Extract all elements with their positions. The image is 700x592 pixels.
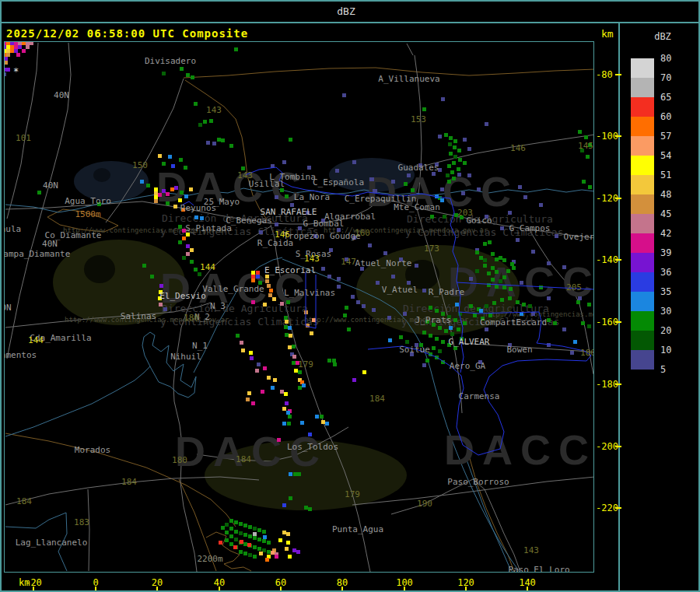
town-label: aula (4, 224, 21, 234)
town-label: G_ALVEAR (449, 337, 490, 347)
route-number-label: 144 (28, 335, 44, 345)
town-label: Reyunos (180, 203, 216, 213)
route-number-label: 179 (298, 359, 313, 370)
town-label: amentos (4, 350, 37, 360)
legend-color-swatch (631, 136, 654, 156)
legend-value-label: 5 (660, 364, 666, 375)
legend-color-swatch (631, 156, 654, 175)
town-label: 40N (43, 180, 58, 191)
legend-value-label: 42 (660, 228, 671, 239)
town-label: El_Desvio (159, 291, 206, 301)
route-number-label: 180 (184, 313, 199, 323)
route-number-label: 184 (369, 394, 385, 404)
town-label: Bowen (506, 345, 532, 355)
town-label: Mte_Coman (394, 202, 440, 212)
town-label: Nihuil (170, 352, 201, 362)
legend-color-swatch (631, 58, 654, 78)
town-label: Divisadero (145, 56, 196, 66)
right-axis-tick-mark (615, 135, 621, 137)
right-axis-tick-mark (615, 74, 621, 75)
district-boundary-line (306, 272, 316, 328)
legend-color-swatch (631, 292, 654, 311)
legend-separator (618, 23, 620, 590)
route-number-label: 1500m (75, 209, 100, 219)
right-axis-tick-mark (615, 321, 621, 323)
legend-value-label: 54 (660, 150, 671, 161)
town-label: G_Bombal (303, 219, 345, 229)
route-number-label: 153 (411, 114, 426, 124)
legend-value-label: 80 (660, 53, 671, 64)
route-number-label: 147 (341, 257, 356, 267)
legend-color-swatch (631, 311, 654, 331)
route-number-label: 101 (16, 133, 31, 143)
right-axis-tick-mark (615, 198, 621, 199)
town-label: S_Pintada (185, 223, 232, 233)
town-label: 40N (42, 239, 58, 249)
town-label: Paso_Borroso (447, 477, 509, 487)
route-number-label: 144 (200, 262, 215, 272)
town-label: Valle_Grande (202, 284, 264, 294)
town-label: V_Atuel (382, 285, 418, 295)
bottom-axis-tick-mark (527, 587, 528, 592)
route-number-label: 143 (237, 170, 253, 180)
legend-value-label: 39 (660, 247, 671, 258)
town-label: 40N (54, 90, 69, 100)
route-number-label: 173 (424, 243, 439, 254)
town-label: Lag_Llancanelo (16, 538, 88, 548)
right-axis-tick-mark (615, 446, 621, 447)
route-number-label: 143 (523, 545, 539, 555)
legend-color-swatch (631, 350, 654, 370)
title-bar: dBZ (2, 2, 698, 22)
route-number-label: 190 (417, 499, 432, 509)
right-axis-tick-mark (615, 384, 621, 385)
legend-color-swatch (631, 233, 654, 253)
town-label: Salinas (121, 311, 156, 321)
town-label: Guadales (398, 163, 439, 173)
town-label: 0N (4, 303, 12, 313)
town-label: N_3 (210, 301, 226, 311)
bottom-axis-tick-mark (465, 587, 467, 592)
right-axis-tick-label: -80 (596, 69, 613, 80)
town-label: Paso_El_Loro (508, 565, 569, 573)
asterisk-marker: * (13, 66, 19, 77)
km-axis-unit-top: km (601, 28, 614, 40)
bottom-axis-tick-mark (219, 587, 220, 592)
route-number-label: 160 (355, 228, 370, 238)
legend-value-label: 20 (660, 325, 671, 336)
town-label: E_Escorial (264, 265, 316, 275)
town-label: C_Española (313, 177, 364, 187)
route-number-label: 183 (74, 517, 89, 527)
legend-value-label: 36 (660, 267, 671, 278)
town-label: J_Prats (415, 315, 451, 325)
right-axis-tick-mark (615, 507, 621, 509)
route-number-label: 184 (236, 454, 251, 464)
legend-value-label: 51 (660, 170, 671, 180)
right-axis-tick-mark (615, 259, 621, 261)
legend-title: dBZ (646, 31, 680, 42)
town-label: L_Malvinas (284, 288, 335, 298)
town-label: R_Padre (429, 287, 464, 297)
legend-value-label: 10 (660, 345, 671, 356)
timestamp-label: 2025/12/02 06:58:00 UTC Composite (6, 27, 248, 40)
map-boundary-layer (5, 42, 593, 572)
legend-value-label: 65 (660, 92, 671, 103)
bottom-axis-tick-mark (33, 587, 34, 592)
town-label: Agua_Toro (65, 196, 111, 206)
town-label: Tropezon Goudge (283, 231, 360, 241)
town-label: Carmensa (459, 391, 500, 401)
town-label: SAN_RAFAELE (261, 207, 317, 217)
town-label: N_1 (192, 341, 208, 351)
route-number-label: 2200m (197, 554, 222, 564)
town-label: Ovejeria (564, 232, 594, 242)
route-number-label: 184 (121, 477, 137, 487)
town-label: Aero_GA (450, 361, 485, 371)
town-label: CompartEscard (480, 317, 547, 328)
route-number-label: 146 (275, 229, 290, 240)
route-number-label: 180 (172, 455, 187, 465)
bottom-axis-tick-mark (404, 587, 405, 592)
town-label: Atuel_Norte (355, 258, 412, 268)
route-number-label: 205 (566, 282, 582, 292)
town-label: Soitue (399, 345, 430, 355)
town-label: A_Villanueva (378, 74, 439, 84)
town-label: Los_Toldos (287, 442, 338, 452)
